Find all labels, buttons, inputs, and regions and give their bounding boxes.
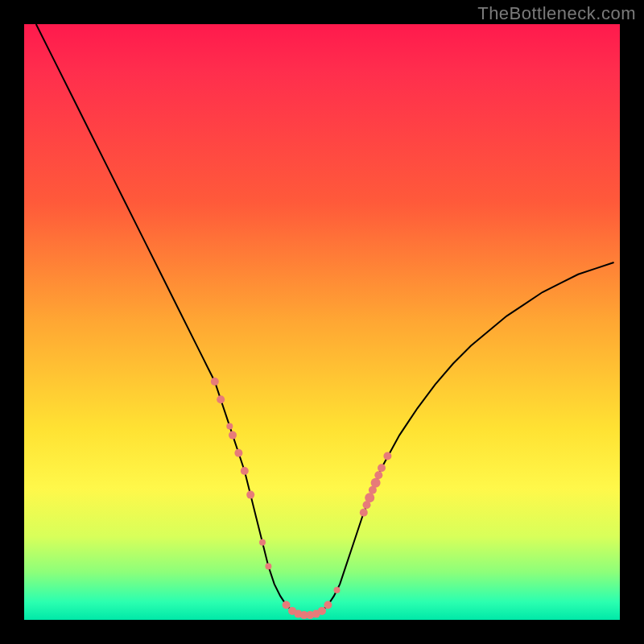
- data-marker: [234, 449, 242, 457]
- watermark-text: TheBottleneck.com: [477, 3, 636, 24]
- data-marker: [217, 395, 225, 403]
- data-marker: [371, 478, 381, 488]
- data-marker: [378, 464, 386, 472]
- data-marker: [383, 452, 391, 460]
- data-marker: [241, 467, 249, 475]
- plot-area: [24, 24, 620, 620]
- data-marker: [365, 493, 374, 502]
- bottleneck-curve: [36, 24, 614, 615]
- data-marker: [360, 509, 368, 517]
- marker-group: [211, 378, 392, 619]
- data-marker: [211, 378, 219, 386]
- data-marker: [374, 471, 382, 479]
- data-marker: [265, 563, 271, 569]
- data-marker: [246, 491, 254, 499]
- data-marker: [259, 539, 266, 546]
- data-marker: [334, 587, 341, 593]
- chart-frame: TheBottleneck.com: [0, 0, 644, 644]
- curve-series: [36, 24, 614, 615]
- data-marker: [318, 607, 326, 615]
- data-marker: [324, 601, 332, 609]
- data-marker: [283, 601, 291, 609]
- chart-svg: [24, 24, 620, 620]
- data-marker: [229, 431, 237, 440]
- data-marker: [226, 423, 233, 430]
